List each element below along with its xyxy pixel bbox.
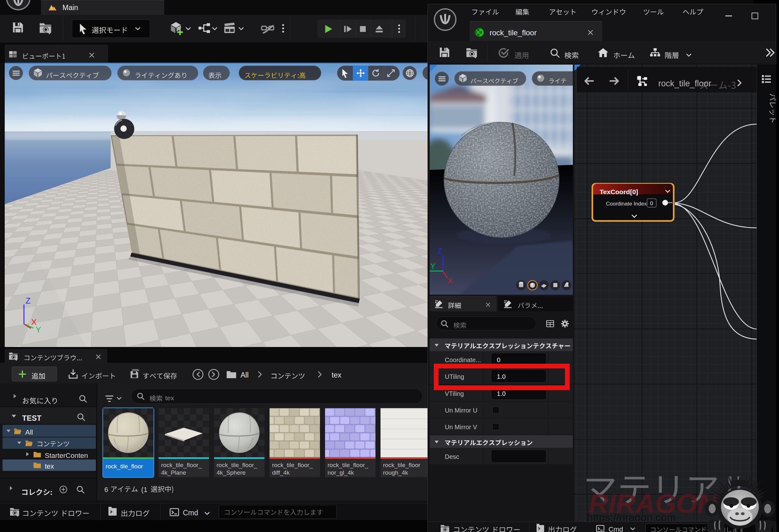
svg-text:Y: Y [430,262,435,270]
svg-text:Y: Y [36,325,41,334]
svg-text:X: X [448,277,453,285]
svg-text:Z: Z [25,296,31,306]
svg-text:Z: Z [437,247,442,255]
